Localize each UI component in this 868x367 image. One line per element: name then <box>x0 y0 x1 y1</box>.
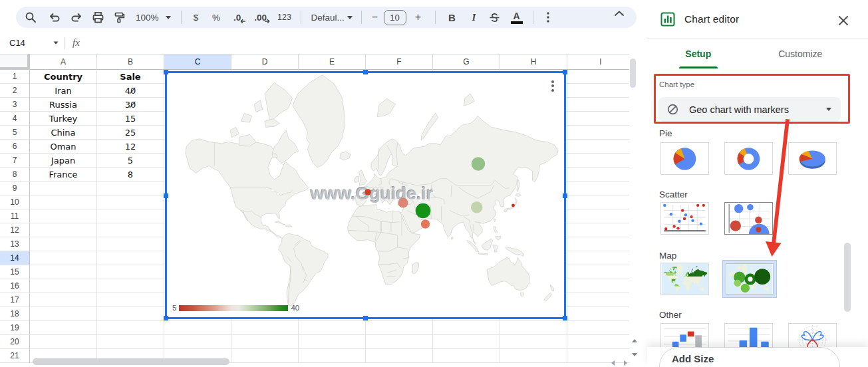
chart-type-dropdown[interactable]: Geo chart with markers <box>658 97 841 122</box>
cell-A2[interactable]: Iran <box>30 84 97 98</box>
cell-I13[interactable] <box>567 237 629 251</box>
chart-handle-bottom-left[interactable] <box>164 316 168 320</box>
thumbnail-bubble-chart[interactable] <box>724 202 773 235</box>
row-header-7[interactable]: 7 <box>0 154 30 168</box>
cell-B3[interactable]: 30̸ <box>97 98 164 112</box>
cell-E19[interactable] <box>299 321 366 335</box>
cell-B7[interactable]: 5 <box>97 154 164 168</box>
cell-A9[interactable] <box>30 182 97 195</box>
cell-D20[interactable] <box>231 335 299 349</box>
column-header-F[interactable]: F <box>366 54 433 70</box>
row-header-5[interactable]: 5 <box>0 126 30 140</box>
horizontal-scroll-arrows[interactable] <box>609 360 630 366</box>
cell-A19[interactable] <box>30 321 97 335</box>
row-header-13[interactable]: 13 <box>0 237 30 251</box>
decrease-decimals-button[interactable]: .0 <box>227 9 248 25</box>
search-button[interactable] <box>17 9 44 25</box>
cell-B16[interactable] <box>97 279 164 293</box>
cell-B9[interactable] <box>97 182 164 195</box>
cell-C20[interactable] <box>164 335 231 349</box>
row-header-3[interactable]: 3 <box>0 98 30 112</box>
cell-H19[interactable] <box>500 321 567 335</box>
print-button[interactable] <box>87 9 108 25</box>
name-box[interactable]: C14 <box>0 38 64 48</box>
cell-G21[interactable] <box>433 349 500 363</box>
row-header-9[interactable]: 9 <box>0 182 30 195</box>
row-header-11[interactable]: 11 <box>0 209 30 223</box>
cell-I4[interactable] <box>567 112 629 126</box>
more-options-button[interactable] <box>538 9 558 25</box>
marker-Japan[interactable] <box>511 204 515 207</box>
marker-Oman[interactable] <box>421 219 430 228</box>
row-header-10[interactable]: 10 <box>0 195 30 209</box>
cell-I19[interactable] <box>567 321 629 335</box>
horizontal-scrollbar[interactable] <box>33 358 229 365</box>
cell-I18[interactable] <box>567 307 629 321</box>
font-family-select[interactable]: Defaul... <box>306 9 357 25</box>
cell-I17[interactable] <box>567 293 629 307</box>
column-header-I[interactable]: I <box>567 54 629 70</box>
vertical-scroll-arrows[interactable] <box>629 336 640 360</box>
row-header-2[interactable]: 2 <box>0 84 30 98</box>
panel-scrollbar[interactable] <box>844 243 851 312</box>
close-panel-button[interactable] <box>837 14 850 27</box>
cell-E20[interactable] <box>299 335 366 349</box>
cell-A3[interactable]: Russia <box>30 98 97 112</box>
cell-A4[interactable]: Turkey <box>30 112 97 126</box>
cell-A17[interactable] <box>30 293 97 307</box>
decrease-font-size-button[interactable]: − <box>366 9 384 25</box>
cell-D19[interactable] <box>231 321 299 335</box>
column-header-B[interactable]: B <box>97 54 164 70</box>
cell-D21[interactable] <box>231 349 299 363</box>
cell-B18[interactable] <box>97 307 164 321</box>
cell-A1[interactable]: Country <box>30 70 97 84</box>
cell-F19[interactable] <box>366 321 433 335</box>
cell-B1[interactable]: Sale <box>97 70 164 84</box>
cell-I20[interactable] <box>567 335 629 349</box>
thumbnail-donut-chart[interactable] <box>724 142 773 175</box>
cell-A14[interactable] <box>30 251 97 265</box>
embedded-geo-chart[interactable]: www.Gguide.ir 5 40 <box>165 71 566 319</box>
cell-I11[interactable] <box>567 209 629 223</box>
cell-B20[interactable] <box>97 335 164 349</box>
row-header-1[interactable]: 1 <box>0 70 30 84</box>
row-header-18[interactable]: 18 <box>0 307 30 321</box>
chart-handle-bottom-right[interactable] <box>563 316 567 320</box>
cell-B4[interactable]: 15 <box>97 112 164 126</box>
increase-font-size-button[interactable]: + <box>406 9 430 25</box>
row-header-12[interactable]: 12 <box>0 223 30 237</box>
increase-decimals-button[interactable]: .00 <box>248 9 273 25</box>
chart-kebab-menu[interactable] <box>547 77 559 94</box>
column-header-A[interactable]: A <box>30 54 97 70</box>
column-header-D[interactable]: D <box>231 54 299 70</box>
more-formats-button[interactable]: 123 <box>273 9 296 25</box>
cell-H20[interactable] <box>500 335 567 349</box>
cell-I2[interactable] <box>567 84 629 98</box>
cell-A10[interactable] <box>30 195 97 209</box>
cell-I3[interactable] <box>567 98 629 112</box>
marker-Iran[interactable] <box>416 203 431 219</box>
row-header-21[interactable]: 21 <box>0 349 30 363</box>
hide-menus-button[interactable] <box>615 11 627 23</box>
thumbnail-geo-chart-with-markers-selected[interactable] <box>722 260 777 298</box>
zoom-control[interactable]: 100% <box>129 9 176 25</box>
cell-B12[interactable] <box>97 223 164 237</box>
cell-B11[interactable] <box>97 209 164 223</box>
cell-I14[interactable] <box>567 251 629 265</box>
paint-format-button[interactable] <box>108 9 129 25</box>
chart-handle-top-left[interactable] <box>164 70 168 74</box>
column-header-E[interactable]: E <box>299 54 366 70</box>
row-header-16[interactable]: 16 <box>0 279 30 293</box>
row-header-4[interactable]: 4 <box>0 112 30 126</box>
cell-I15[interactable] <box>567 265 629 279</box>
cell-I10[interactable] <box>567 195 629 209</box>
row-header-19[interactable]: 19 <box>0 321 30 335</box>
chart-handle-middle-left[interactable] <box>164 193 168 198</box>
row-header-14[interactable]: 14 <box>0 251 30 265</box>
row-header-6[interactable]: 6 <box>0 140 30 154</box>
thumbnail-3d-pie-chart[interactable] <box>788 142 837 175</box>
chart-handle-top-right[interactable] <box>563 70 567 74</box>
thumbnail-geo-chart[interactable] <box>660 263 709 295</box>
cell-A12[interactable] <box>30 223 97 237</box>
cell-I9[interactable] <box>567 182 629 195</box>
